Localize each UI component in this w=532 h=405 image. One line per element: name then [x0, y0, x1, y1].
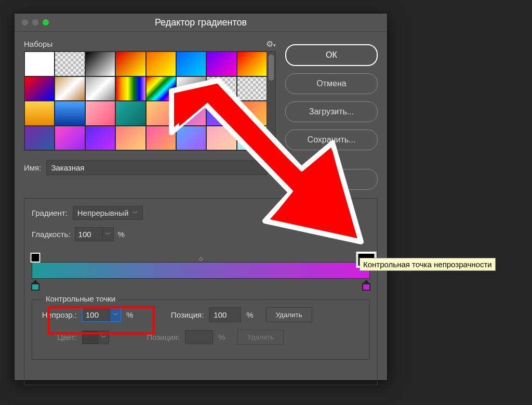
preset-swatch[interactable] [85, 101, 115, 126]
percent-sign: % [218, 333, 225, 342]
smoothness-label: Гладкость: [32, 230, 71, 239]
titlebar: Редактор градиентов [15, 14, 387, 32]
percent-sign: % [126, 310, 133, 319]
preset-swatch[interactable] [237, 101, 267, 126]
opacity-stop-tooltip: Контрольная точка непрозрачности [360, 258, 496, 271]
preset-swatches [24, 51, 267, 150]
new-button[interactable]: Новый [285, 169, 378, 190]
delete-opacity-stop-button[interactable]: Удалить [266, 307, 312, 322]
preset-swatch[interactable] [55, 51, 85, 76]
smoothness-dropdown[interactable]: ﹀ [102, 228, 113, 241]
color-field-label: Цвет: [39, 333, 77, 342]
preset-swatch[interactable] [206, 51, 236, 76]
color-stops-track[interactable] [32, 279, 370, 290]
opacity-dropdown[interactable]: ﹀ [110, 308, 121, 321]
gear-icon[interactable]: ⚙▾ [266, 39, 276, 49]
preset-swatch[interactable] [146, 126, 176, 151]
chevron-down-icon: ﹀ [113, 311, 118, 319]
preset-swatch[interactable] [85, 51, 115, 76]
scrollbar-thumb[interactable] [269, 55, 274, 81]
preset-swatch[interactable] [115, 51, 145, 76]
save-button[interactable]: Сохранить... [285, 129, 378, 150]
chevron-down-icon: ﹀ [105, 230, 111, 238]
opacity-input[interactable]: ﹀ [82, 308, 121, 322]
gradient-type-label: Градиент: [32, 208, 68, 217]
position-field[interactable] [209, 307, 241, 322]
gradient-bar[interactable] [32, 262, 370, 279]
percent-sign: % [118, 230, 125, 239]
presets-box [24, 51, 276, 151]
delete-color-stop-button: Удалить [237, 330, 284, 345]
preset-swatch[interactable] [85, 126, 115, 151]
percent-sign: % [246, 310, 253, 319]
color-stop-left[interactable] [31, 280, 39, 291]
color-position-input [185, 330, 213, 344]
preset-swatch[interactable] [237, 51, 267, 76]
name-input[interactable] [46, 160, 268, 175]
preset-swatch[interactable] [237, 76, 267, 101]
cancel-button[interactable]: Отмена [285, 73, 378, 94]
preset-swatch[interactable] [24, 101, 55, 126]
stops-group-label: Контрольные точки [43, 294, 118, 303]
color-stop-right[interactable] [362, 280, 370, 291]
preset-swatch[interactable] [146, 101, 176, 126]
preset-swatch[interactable] [237, 126, 267, 151]
preset-swatch[interactable] [146, 76, 176, 101]
preset-swatch[interactable] [24, 76, 55, 101]
opacity-field[interactable] [83, 308, 110, 321]
preset-swatch[interactable] [206, 126, 236, 151]
opacity-field-label: Непрозр.: [39, 310, 77, 319]
preset-swatch[interactable] [176, 101, 206, 126]
color-position-label: Позиция: [145, 333, 180, 342]
presets-scrollbar[interactable] [267, 51, 275, 150]
load-button[interactable]: Загрузить... [285, 101, 378, 122]
preset-swatch[interactable] [206, 101, 236, 126]
gradient-type-value: Непрерывный [77, 208, 129, 217]
opacity-stop-left[interactable] [30, 253, 40, 263]
presets-label: Наборы [24, 40, 52, 48]
ok-button[interactable]: ОК [285, 44, 378, 66]
opacity-stops-track[interactable]: ◇ [32, 253, 370, 262]
position-field-label: Позиция: [169, 310, 204, 319]
chevron-down-icon: ﹀ [101, 333, 107, 341]
gradient-editor-dialog: Редактор градиентов Наборы ⚙▾ Имя: ОК От… [14, 13, 388, 381]
preset-swatch[interactable] [176, 76, 206, 101]
stops-group: Контрольные точки Непрозр.: ﹀ % Позиция:… [32, 299, 370, 360]
midpoint-diamond[interactable]: ◇ [199, 256, 203, 262]
preset-swatch[interactable] [24, 126, 55, 151]
smoothness-field[interactable] [75, 228, 102, 241]
preset-swatch[interactable] [24, 51, 55, 76]
color-position-field [185, 331, 212, 344]
preset-swatch[interactable] [55, 76, 85, 101]
preset-swatch[interactable] [115, 76, 145, 101]
preset-swatch[interactable] [176, 126, 206, 151]
preset-swatch[interactable] [146, 51, 176, 76]
preset-swatch[interactable] [55, 101, 85, 126]
gradient-settings-group: Градиент: Непрерывный ﹀ Гладкость: ﹀ % ◇ [24, 198, 378, 385]
color-swatch[interactable] [83, 331, 98, 344]
preset-swatch[interactable] [176, 51, 206, 76]
smoothness-input[interactable]: ﹀ [75, 227, 114, 241]
dialog-title: Редактор градиентов [15, 17, 387, 28]
preset-swatch[interactable] [115, 101, 145, 126]
preset-swatch[interactable] [206, 76, 236, 101]
gradient-type-select[interactable]: Непрерывный ﹀ [73, 206, 143, 220]
name-label: Имя: [24, 163, 41, 172]
preset-swatch[interactable] [115, 126, 145, 151]
chevron-down-icon: ﹀ [132, 209, 138, 217]
button-column: ОК Отмена Загрузить... Сохранить... Новы… [285, 39, 378, 190]
preset-swatch[interactable] [85, 76, 115, 101]
preset-swatch[interactable] [55, 126, 85, 151]
